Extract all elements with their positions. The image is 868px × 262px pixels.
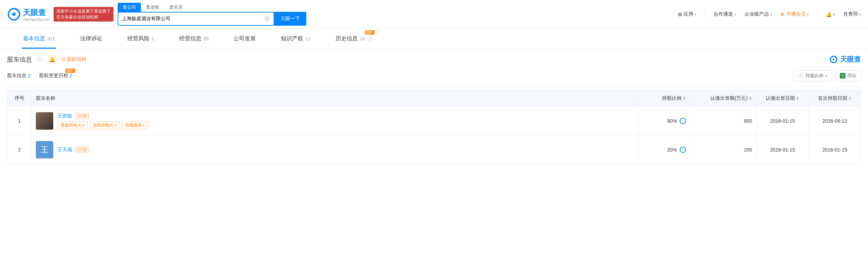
right-tools: ?持股比例▾ X导出	[793, 70, 861, 81]
main-tabs: 基本信息311法律诉讼经营风险1经营信息55公司发展知识产权12VIP历史信息1…	[0, 29, 868, 49]
nav-coop[interactable]: 合作通道▾	[713, 11, 736, 17]
tab-label: 经营风险	[127, 35, 150, 42]
main-tab[interactable]: 法律诉讼	[68, 29, 115, 49]
crown-icon: ♛	[780, 11, 785, 17]
table-header-row: 序号 股东名称 持股比例▲▼ 认缴出资额(万元)▲▼ 认缴出资日期▲▼ 首次持股…	[7, 90, 861, 107]
nav-enterprise[interactable]: 企业级产品▾	[744, 11, 772, 17]
chevron-down-icon: ▾	[695, 13, 696, 16]
header-badge: 国家中小企业发展子基金旗下 官方备案企业征信机构	[54, 7, 113, 22]
search-tabs: 查公司 查老板 查关系	[118, 3, 306, 12]
shareholder-section: 股东信息 ? 🔔 ⌬股权结构 天眼查 股东信息 2股权变更历程 2VIP ?持股…	[0, 49, 868, 170]
cell-idx: 2	[7, 136, 32, 164]
divider	[705, 10, 705, 18]
sub-tab[interactable]: 股权变更历程 2VIP	[39, 73, 72, 79]
cell-sub-date: 2016-01-15	[757, 107, 809, 136]
search-tab-relation[interactable]: 查关系	[164, 3, 188, 12]
tree-icon: ⌬	[61, 57, 65, 62]
equity-structure-button[interactable]: ⌬股权结构	[61, 56, 86, 63]
sub-tab[interactable]: 股东信息 2	[7, 73, 31, 79]
col-amount[interactable]: 认缴出资额(万元)▲▼	[691, 90, 757, 107]
table-row: 2 王 王天福 ⌬10 20% 200 2016-01-15 2016-01-1…	[7, 136, 861, 164]
role-tag[interactable]: 受益所有人▸	[57, 121, 88, 129]
header: 天眼查 TianYanCha.com 国家中小企业发展子基金旗下 官方备案企业征…	[0, 0, 868, 29]
help-icon[interactable]: ?	[37, 57, 42, 62]
clear-icon[interactable]: ✕	[264, 16, 270, 22]
sort-icon: ▲▼	[848, 96, 852, 100]
logo-text-en: TianYanCha.com	[23, 18, 49, 22]
chevron-down-icon: ▾	[833, 13, 835, 16]
search-input[interactable]	[122, 16, 264, 22]
main-tab[interactable]: 基本信息311	[10, 29, 68, 49]
main-tab[interactable]: 经营信息55	[167, 29, 221, 49]
sub-tab-count: 2	[70, 73, 72, 79]
col-ratio[interactable]: 持股比例▲▼	[638, 90, 691, 107]
cell-ratio: 20%	[638, 136, 691, 164]
chevron-down-icon: ▾	[859, 13, 861, 16]
vip-badge: VIP	[365, 30, 374, 35]
person-name-link[interactable]: 王思聪	[57, 113, 72, 119]
apps-icon: ⊞	[678, 11, 682, 17]
tab-label: 知识产权	[281, 35, 303, 42]
cell-idx: 1	[7, 107, 32, 136]
vip-badge: VIP	[65, 68, 75, 73]
col-sub-date[interactable]: 认缴出资日期▲▼	[757, 90, 809, 107]
top-nav: ⊞应用▾ 合作通道▾ 企业级产品▾ ♛开通会员▾ 🔔▾ 肖青羽▾	[678, 10, 861, 18]
main-tab[interactable]: 公司发展	[221, 29, 268, 49]
cell-name: 王 王天福 ⌬10	[32, 136, 638, 164]
sub-tabs: 股东信息 2股权变更历程 2VIP ?持股比例▾ X导出	[7, 67, 861, 87]
chevron-down-icon: ▾	[770, 13, 772, 16]
help-icon[interactable]: ?	[367, 36, 372, 42]
sub-tab-count: 2	[28, 73, 31, 79]
col-first-date[interactable]: 首次持股日期▲▼	[809, 90, 861, 107]
avatar[interactable]: 王	[36, 141, 53, 158]
logo-icon	[7, 7, 21, 21]
nav-notifications[interactable]: 🔔▾	[826, 11, 835, 17]
search-area: 查公司 查老板 查关系 ✕ 天眼一下	[118, 3, 306, 26]
logo-icon	[829, 55, 838, 64]
col-name: 股东名称	[32, 90, 638, 107]
avatar[interactable]	[36, 112, 53, 130]
main-tab[interactable]: 经营风险1	[115, 29, 167, 49]
person-name-link[interactable]: 王天福	[57, 147, 72, 153]
search-tab-company[interactable]: 查公司	[118, 3, 141, 12]
tab-count: 1	[152, 36, 154, 41]
tab-count: 10	[360, 36, 365, 41]
brand-watermark: 天眼查	[829, 55, 861, 64]
tab-count: 55	[204, 36, 208, 41]
relation-badge[interactable]: ⌬36	[75, 113, 89, 119]
search-box: ✕	[118, 12, 274, 26]
logo[interactable]: 天眼查 TianYanCha.com	[7, 7, 49, 22]
tab-count: 311	[47, 36, 55, 41]
chevron-right-icon: ▸	[82, 123, 85, 128]
sort-icon: ▲▼	[749, 96, 752, 100]
cell-amount: 200	[691, 136, 757, 164]
tab-label: 公司发展	[234, 35, 256, 42]
chevron-down-icon: ▾	[807, 13, 809, 16]
tab-label: 基本信息	[23, 35, 45, 42]
export-button[interactable]: X导出	[835, 70, 861, 81]
section-title: 股东信息	[7, 55, 32, 64]
search-tab-boss[interactable]: 查老板	[141, 3, 164, 12]
pie-icon[interactable]	[680, 118, 686, 124]
nav-user[interactable]: 肖青羽▾	[843, 11, 861, 17]
cell-first-date: 2016-06-12	[809, 107, 861, 136]
sub-tab-label: 股东信息	[7, 73, 26, 79]
bell-icon: 🔔	[826, 11, 832, 17]
search-button[interactable]: 天眼一下	[274, 12, 306, 26]
ratio-filter-button[interactable]: ?持股比例▾	[793, 70, 832, 81]
nav-apps[interactable]: ⊞应用▾	[678, 11, 696, 17]
divider	[817, 10, 818, 18]
tags-row: 受益所有人▸实际控制人▸控股股东▸	[57, 121, 148, 129]
cell-first-date: 2016-01-15	[809, 136, 861, 164]
nav-vip[interactable]: ♛开通会员▾	[780, 11, 809, 17]
main-tab[interactable]: 知识产权12	[268, 29, 323, 49]
relation-badge[interactable]: ⌬10	[75, 147, 89, 153]
main-tab[interactable]: VIP历史信息10?	[323, 29, 385, 49]
table-row: 1 王思聪 ⌬36 受益所有人▸实际控制人▸控股股东▸ 80% 800 2016…	[7, 107, 861, 136]
pie-icon[interactable]	[680, 147, 686, 153]
alert-icon[interactable]: 🔔	[47, 55, 56, 64]
role-tag[interactable]: 实际控制人▸	[90, 121, 120, 129]
role-tag[interactable]: 控股股东▸	[122, 121, 148, 129]
tree-icon: ⌬	[77, 114, 81, 118]
sub-tab-label: 股权变更历程	[39, 73, 68, 79]
